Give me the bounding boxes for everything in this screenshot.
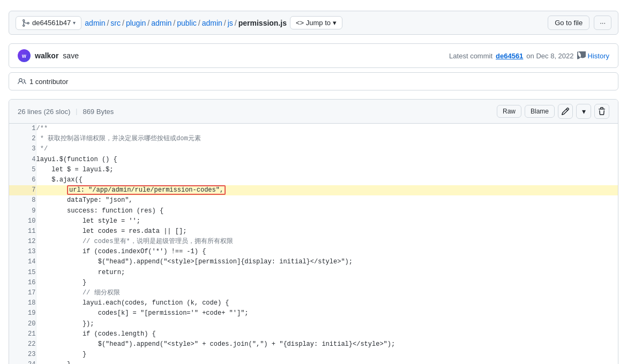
line-number: 7 — [9, 185, 36, 195]
line-code: url: "/app/admin/rule/permission-codes", — [36, 185, 618, 195]
line-code: layui.each(codes, function (k, code) { — [36, 298, 618, 308]
code-body: 1/**2 * 获取控制器详细权限，并决定展示哪些按钮或dom元素3 */4la… — [9, 124, 618, 364]
commit-date: on Dec 8, 2022 — [526, 52, 573, 60]
branch-selector[interactable]: de64561b47 ▾ — [16, 16, 81, 30]
line-code: let style = ''; — [36, 216, 618, 226]
line-code: let $ = layui.$; — [36, 165, 618, 175]
branch-name: de64561b47 — [32, 19, 71, 27]
line-number: 21 — [9, 329, 36, 339]
line-number: 2 — [9, 134, 36, 144]
breadcrumb-link-plugin[interactable]: plugin — [126, 19, 146, 27]
table-row: 7 url: "/app/admin/rule/permission-codes… — [9, 185, 618, 195]
line-number: 18 — [9, 298, 36, 308]
line-number: 11 — [9, 226, 36, 237]
line-code: } — [36, 360, 618, 364]
table-row: 20 }); — [9, 319, 618, 329]
table-row: 21 if (codes.length) { — [9, 329, 618, 339]
edit-dropdown-button[interactable]: ▾ — [576, 104, 591, 119]
table-row: 3 */ — [9, 144, 618, 154]
jump-to-button[interactable]: <> Jump to ▾ — [290, 16, 342, 29]
code-actions: Raw Blame ▾ — [497, 104, 609, 119]
table-row: 2 * 获取控制器详细权限，并决定展示哪些按钮或dom元素 — [9, 134, 618, 144]
blame-button[interactable]: Blame — [525, 105, 555, 118]
delete-button[interactable] — [594, 104, 609, 119]
line-number: 4 — [9, 155, 36, 165]
table-row: 11 let codes = res.data || []; — [9, 226, 618, 237]
code-meta: 26 lines (26 sloc) | 869 Bytes — [18, 108, 114, 116]
table-row: 15 return; — [9, 268, 618, 278]
line-code: /** — [36, 124, 618, 134]
line-code: } — [36, 350, 618, 360]
line-code: $.ajax({ — [36, 175, 618, 185]
history-link[interactable]: History — [577, 51, 609, 60]
breadcrumb-link-admin3[interactable]: admin — [202, 19, 222, 27]
table-row: 8 dataType: "json", — [9, 195, 618, 206]
line-number: 10 — [9, 216, 36, 226]
table-row: 24 } — [9, 360, 618, 364]
line-number: 9 — [9, 206, 36, 216]
line-code: if (codes.length) { — [36, 329, 618, 339]
table-row: 12 // codes里有*，说明是超级管理员，拥有所有权限 — [9, 237, 618, 247]
line-number: 16 — [9, 278, 36, 288]
table-row: 1/** — [9, 124, 618, 134]
line-code: } — [36, 278, 618, 288]
breadcrumb-link-admin2[interactable]: admin — [151, 19, 171, 27]
more-options-button[interactable]: ··· — [594, 16, 611, 30]
table-row: 14 $("head").append("<style>[permission]… — [9, 257, 618, 267]
table-row: 5 let $ = layui.$; — [9, 165, 618, 175]
breadcrumb-link-src[interactable]: src — [110, 19, 121, 27]
breadcrumb-actions: Go to file ··· — [548, 16, 611, 30]
code-size: 869 Bytes — [83, 108, 114, 116]
commit-message: save — [63, 51, 79, 60]
line-number: 13 — [9, 247, 36, 257]
line-number: 3 — [9, 144, 36, 154]
line-number: 15 — [9, 268, 36, 278]
line-code: // codes里有*，说明是超级管理员，拥有所有权限 — [36, 237, 618, 247]
line-number: 19 — [9, 308, 36, 318]
commit-bar: w walkor save Latest commit de64561 on D… — [9, 43, 618, 68]
breadcrumb-path: admin / src / plugin / admin / public / … — [85, 19, 287, 27]
line-number: 24 — [9, 360, 36, 364]
line-number: 17 — [9, 288, 36, 298]
code-lines: 26 lines (26 sloc) — [18, 108, 70, 116]
line-number: 6 — [9, 175, 36, 185]
line-code: let codes = res.data || []; — [36, 226, 618, 237]
table-row: 19 codes[k] = "[permission='" +code+ "']… — [9, 308, 618, 318]
branch-chevron: ▾ — [73, 20, 76, 26]
line-code: }); — [36, 319, 618, 329]
line-code: $("head").append("<style>[permission]{di… — [36, 257, 618, 267]
line-code: codes[k] = "[permission='" +code+ "']"; — [36, 308, 618, 318]
line-code: // 细分权限 — [36, 288, 618, 298]
line-code: return; — [36, 268, 618, 278]
line-number: 14 — [9, 257, 36, 267]
breadcrumb-link-js[interactable]: js — [228, 19, 233, 27]
table-row: 10 let style = ''; — [9, 216, 618, 226]
line-number: 8 — [9, 195, 36, 206]
history-label: History — [588, 52, 609, 60]
line-number: 12 — [9, 237, 36, 247]
commit-hash-link[interactable]: de64561 — [496, 52, 523, 60]
edit-button[interactable] — [558, 104, 573, 119]
line-number: 1 — [9, 124, 36, 134]
line-number: 22 — [9, 339, 36, 350]
breadcrumb-filename: permission.js — [238, 19, 287, 27]
line-code: $("head").append("<style>" + codes.join(… — [36, 339, 618, 350]
breadcrumb-link-public[interactable]: public — [177, 19, 197, 27]
breadcrumb-left: de64561b47 ▾ admin / src / plugin / admi… — [16, 16, 342, 30]
contributor-text: 1 contributor — [29, 78, 68, 86]
table-row: 18 layui.each(codes, function (k, code) … — [9, 298, 618, 308]
goto-file-button[interactable]: Go to file — [548, 16, 589, 30]
breadcrumb-link-admin[interactable]: admin — [85, 19, 105, 27]
table-row: 22 $("head").append("<style>" + codes.jo… — [9, 339, 618, 350]
table-row: 13 if (codes.indexOf('*') !== -1) { — [9, 247, 618, 257]
line-code: layui.$(function () { — [36, 155, 618, 165]
line-number: 23 — [9, 350, 36, 360]
table-row: 17 // 细分权限 — [9, 288, 618, 298]
raw-button[interactable]: Raw — [497, 105, 521, 118]
author-avatar: w — [18, 49, 31, 62]
contributor-icon — [18, 77, 26, 86]
line-code: */ — [36, 144, 618, 154]
line-code: if (codes.indexOf('*') !== -1) { — [36, 247, 618, 257]
line-number: 20 — [9, 319, 36, 329]
contributor-bar: 1 contributor — [9, 72, 618, 90]
